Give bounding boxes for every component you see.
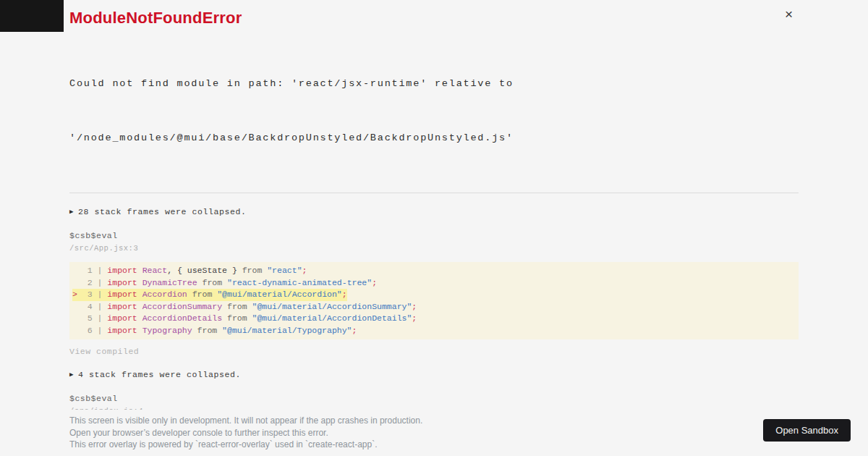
code-token [222, 302, 227, 311]
code-token: Typography [142, 326, 192, 335]
code-token: ; [412, 302, 417, 311]
code-token: "@mui/material/Typography" [222, 326, 352, 335]
code-line: 1 | import React, { useState } from "rea… [72, 265, 307, 277]
error-overlay: ModuleNotFoundError × Could not find mod… [69, 0, 799, 456]
code-line: > 3 | import Accordion from "@mui/materi… [72, 289, 347, 301]
frame-function-name: $csb$eval [69, 394, 799, 403]
line-number: 2 | [82, 278, 108, 287]
code-token [222, 313, 227, 323]
code-token: Accordion [142, 290, 187, 299]
code-token: "@mui/material/AccordionDetails" [252, 313, 412, 323]
line-marker [72, 266, 82, 275]
code-token: ; [342, 290, 347, 299]
error-message-line: Could not find module in path: 'react/js… [69, 75, 799, 93]
code-token [247, 302, 252, 311]
code-token: "react-dynamic-animated-tree" [227, 278, 372, 287]
code-token: DynamicTree [142, 278, 197, 287]
code-token: ; [372, 278, 377, 287]
error-message-line: '/node_modules/@mui/base/BackdropUnstyle… [69, 129, 799, 147]
code-line: 6 | import Typography from "@mui/materia… [72, 325, 357, 337]
code-token: import [107, 290, 137, 299]
error-header: ModuleNotFoundError × [69, 0, 799, 28]
code-token [137, 278, 142, 287]
code-token: AccordionDetails [142, 313, 222, 323]
code-token [222, 278, 227, 287]
error-title: ModuleNotFoundError [69, 9, 799, 28]
code-token [137, 302, 142, 311]
code-token: AccordionSummary [142, 302, 222, 311]
frame-function-name: $csb$eval [69, 231, 799, 240]
code-line: 4 | import AccordionSummary from "@mui/m… [72, 301, 417, 313]
line-marker [72, 278, 82, 287]
code-token: from [227, 313, 247, 323]
line-marker [72, 302, 82, 311]
code-token: "@mui/material/Accordion" [217, 290, 342, 299]
footer-note-console: Open your browser’s developer console to… [69, 427, 868, 439]
code-snippet: 1 | import React, { useState } from "rea… [69, 262, 799, 339]
header-divider [69, 193, 799, 193]
expand-arrow-icon: ▶ [69, 371, 74, 379]
line-number: 3 | [82, 290, 108, 299]
code-line: 2 | import DynamicTree from "react-dynam… [72, 277, 377, 290]
code-token: import [107, 313, 137, 323]
code-token [137, 266, 142, 275]
code-token: React [142, 266, 168, 275]
line-number: 4 | [82, 302, 108, 311]
code-line: 5 | import AccordionDetails from "@mui/m… [72, 313, 417, 325]
code-token: , { useState } [167, 266, 242, 275]
line-marker [72, 313, 82, 323]
collapsed-frames-toggle[interactable]: ▶4 stack frames were collapsed. [69, 370, 799, 379]
open-sandbox-button[interactable]: Open Sandbox [763, 419, 851, 442]
code-token: "@mui/material/AccordionSummary" [252, 302, 412, 311]
line-marker: > [72, 290, 82, 299]
code-token: from [202, 278, 222, 287]
code-token [187, 290, 192, 299]
code-token: ; [412, 313, 417, 323]
line-number: 5 | [82, 313, 108, 323]
code-token: import [107, 266, 137, 275]
error-message: Could not find module in path: 'react/js… [69, 38, 799, 183]
expand-arrow-icon: ▶ [69, 208, 74, 216]
code-token: from [197, 326, 218, 335]
code-token: ; [352, 326, 357, 335]
collapsed-frames-toggle[interactable]: ▶28 stack frames were collapsed. [69, 207, 799, 216]
footer: This screen is visible only in developme… [0, 410, 868, 456]
footer-note-development: This screen is visible only in developme… [69, 415, 868, 427]
footer-note-overlay: This error overlay is powered by `react-… [69, 439, 868, 451]
line-marker [72, 326, 82, 335]
code-token: import [107, 302, 137, 311]
code-token [137, 290, 142, 299]
line-number: 6 | [82, 326, 108, 335]
code-token [192, 326, 197, 335]
code-token: from [227, 302, 247, 311]
frame-file-location: /src/App.jsx:3 [69, 244, 799, 253]
line-number: 1 | [82, 266, 108, 275]
code-token [247, 313, 252, 323]
code-token: from [192, 290, 213, 299]
code-token [137, 313, 142, 323]
code-token: ; [302, 266, 307, 275]
page-dark-corner [0, 0, 64, 32]
view-compiled-link[interactable]: View compiled [69, 347, 139, 356]
close-icon[interactable]: × [785, 7, 793, 21]
code-token [137, 326, 142, 335]
stack-frame: ▶28 stack frames were collapsed.$csb$eva… [69, 207, 799, 356]
code-token: import [107, 278, 137, 287]
code-token: "react" [267, 266, 302, 275]
code-token: from [242, 266, 263, 275]
code-token: import [107, 326, 137, 335]
